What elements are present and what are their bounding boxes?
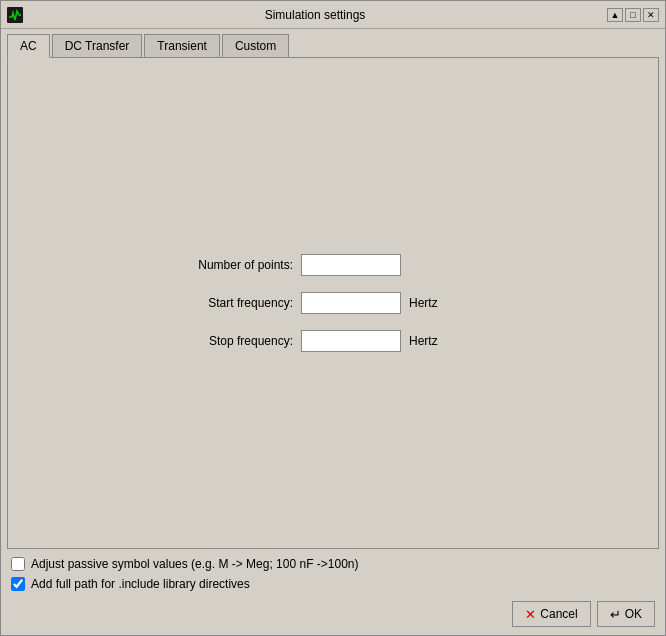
title-bar-left <box>7 7 23 23</box>
maximize-button[interactable]: □ <box>625 8 641 22</box>
ok-icon: ↵ <box>610 607 621 622</box>
tab-dc-transfer[interactable]: DC Transfer <box>52 34 143 58</box>
ac-form: Number of points: Start frequency: Hertz… <box>173 254 493 352</box>
window-title: Simulation settings <box>23 8 607 22</box>
checkbox1-container: Adjust passive symbol values (e.g. M -> … <box>11 557 359 571</box>
num-points-row: Number of points: <box>173 254 493 276</box>
cancel-button[interactable]: ✕ Cancel <box>512 601 590 627</box>
tab-transient[interactable]: Transient <box>144 34 220 58</box>
tab-custom[interactable]: Custom <box>222 34 289 58</box>
title-bar-controls: ▲ □ ✕ <box>607 8 659 22</box>
start-frequency-label: Start frequency: <box>173 296 293 310</box>
ok-label: OK <box>625 607 642 621</box>
add-full-path-checkbox[interactable] <box>11 577 25 591</box>
close-button[interactable]: ✕ <box>643 8 659 22</box>
add-full-path-label: Add full path for .include library direc… <box>31 577 250 591</box>
checkbox2-container: Add full path for .include library direc… <box>11 577 250 591</box>
start-frequency-unit: Hertz <box>409 296 438 310</box>
simulation-settings-window: Simulation settings ▲ □ ✕ AC DC Transfer… <box>0 0 666 636</box>
minimize-button[interactable]: ▲ <box>607 8 623 22</box>
footer: Adjust passive symbol values (e.g. M -> … <box>1 549 665 635</box>
tabs-bar: AC DC Transfer Transient Custom <box>1 29 665 57</box>
ok-button[interactable]: ↵ OK <box>597 601 655 627</box>
stop-frequency-unit: Hertz <box>409 334 438 348</box>
checkbox2-row: Add full path for .include library direc… <box>11 577 655 591</box>
cancel-icon: ✕ <box>525 607 536 622</box>
tab-content-area: Number of points: Start frequency: Hertz… <box>7 57 659 549</box>
checkbox1-row: Adjust passive symbol values (e.g. M -> … <box>11 557 655 571</box>
title-bar: Simulation settings ▲ □ ✕ <box>1 1 665 29</box>
num-points-label: Number of points: <box>173 258 293 272</box>
stop-frequency-row: Stop frequency: Hertz <box>173 330 493 352</box>
start-frequency-input[interactable] <box>301 292 401 314</box>
adjust-passive-label: Adjust passive symbol values (e.g. M -> … <box>31 557 359 571</box>
adjust-passive-checkbox[interactable] <box>11 557 25 571</box>
num-points-input[interactable] <box>301 254 401 276</box>
stop-frequency-label: Stop frequency: <box>173 334 293 348</box>
start-frequency-row: Start frequency: Hertz <box>173 292 493 314</box>
cancel-label: Cancel <box>540 607 577 621</box>
tab-ac[interactable]: AC <box>7 34 50 58</box>
footer-buttons: ✕ Cancel ↵ OK <box>11 601 655 627</box>
stop-frequency-input[interactable] <box>301 330 401 352</box>
app-icon <box>7 7 23 23</box>
